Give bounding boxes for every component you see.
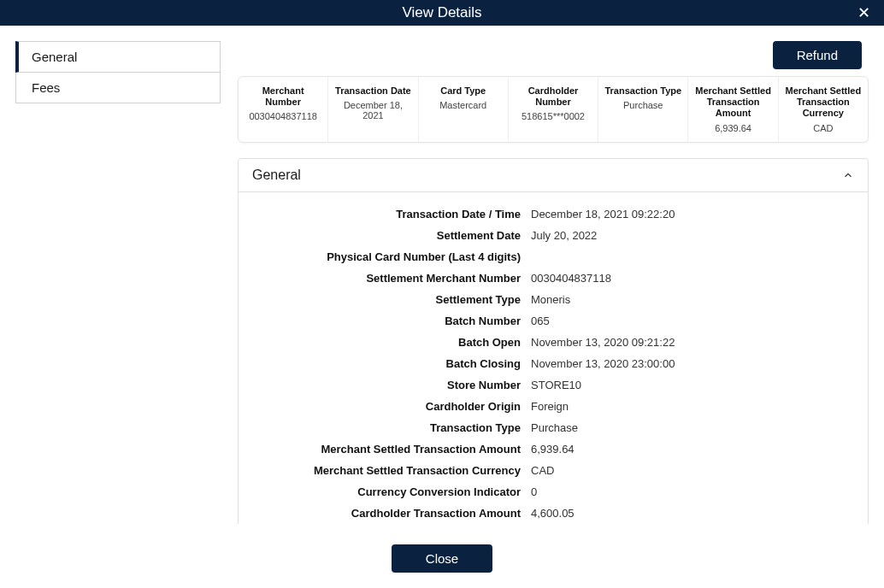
detail-value: CAD: [531, 464, 554, 477]
detail-label: Merchant Settled Transaction Currency: [249, 464, 531, 477]
detail-row: Settlement Merchant Number0030404837118: [249, 272, 857, 285]
detail-label: Batch Closing: [249, 357, 531, 370]
sidebar-item-fees[interactable]: Fees: [15, 73, 221, 103]
detail-label: Settlement Merchant Number: [249, 272, 531, 285]
detail-value: STORE10: [531, 379, 581, 391]
detail-row: Batch ClosingNovember 13, 2020 23:00:00: [249, 357, 857, 370]
summary-value: December 18, 2021: [333, 100, 412, 121]
detail-label: Merchant Settled Transaction Amount: [249, 443, 531, 456]
detail-row: Merchant Settled Transaction CurrencyCAD: [249, 464, 857, 477]
summary-label: Merchant Settled Transaction Currency: [784, 85, 863, 120]
detail-label: Cardholder Transaction Amount: [249, 507, 531, 520]
summary-label: Card Type: [424, 85, 503, 97]
detail-label: Batch Number: [249, 315, 531, 327]
main-content: Refund Merchant Number 0030404837118 Tra…: [238, 41, 869, 524]
detail-label: Store Number: [249, 379, 531, 391]
detail-value: 4,600.05: [531, 507, 575, 520]
detail-label: Settlement Type: [249, 293, 531, 306]
summary-cardholder-number: Cardholder Number 518615***0002: [509, 77, 598, 142]
close-button[interactable]: Close: [392, 544, 492, 573]
summary-value: 518615***0002: [514, 111, 592, 121]
detail-row: Batch OpenNovember 13, 2020 09:21:22: [249, 336, 857, 349]
summary-label: Transaction Date: [333, 85, 412, 97]
summary-value: Purchase: [604, 100, 682, 110]
sidebar-item-label: Fees: [32, 80, 60, 95]
detail-value: Foreign: [531, 400, 569, 413]
panel-body: Transaction Date / TimeDecember 18, 2021…: [239, 192, 868, 524]
detail-row: Currency Conversion Indicator0: [249, 485, 857, 498]
summary-strip: Merchant Number 0030404837118 Transactio…: [238, 76, 869, 143]
detail-value: 065: [531, 315, 550, 327]
summary-label: Merchant Number: [244, 85, 322, 108]
summary-label: Transaction Type: [604, 85, 682, 97]
summary-label: Cardholder Number: [514, 85, 592, 108]
modal-body: General Fees Refund Merchant Number 0030…: [0, 26, 884, 532]
summary-label: Merchant Settled Transaction Amount: [693, 85, 772, 120]
detail-label: Transaction Date / Time: [249, 208, 531, 220]
detail-row: Cardholder Transaction Amount4,600.05: [249, 507, 857, 520]
summary-transaction-date: Transaction Date December 18, 2021: [328, 77, 418, 142]
detail-row: Cardholder OriginForeign: [249, 400, 857, 413]
detail-label: Settlement Date: [249, 229, 531, 242]
detail-row: Physical Card Number (Last 4 digits): [249, 250, 857, 263]
detail-row: Store NumberSTORE10: [249, 379, 857, 391]
summary-value: 0030404837118: [244, 111, 322, 121]
general-panel: General Transaction Date / TimeDecember …: [238, 158, 869, 524]
detail-row: Settlement TypeMoneris: [249, 293, 857, 306]
detail-label: Transaction Type: [249, 421, 531, 434]
modal-title: View Details: [402, 4, 481, 21]
detail-value: 0030404837118: [531, 272, 611, 285]
detail-value: 0: [531, 485, 537, 498]
detail-value: December 18, 2021 09:22:20: [531, 208, 675, 220]
panel-title: General: [252, 168, 301, 183]
close-icon[interactable]: ✕: [852, 3, 875, 22]
detail-value: July 20, 2022: [531, 229, 597, 242]
detail-row: Batch Number065: [249, 315, 857, 327]
chevron-up-icon: [842, 169, 854, 181]
summary-settled-currency: Merchant Settled Transaction Currency CA…: [779, 77, 868, 142]
action-bar: Refund: [238, 41, 869, 76]
modal-footer: Close: [0, 532, 884, 588]
scroll-area[interactable]: General Transaction Date / TimeDecember …: [238, 158, 869, 524]
summary-value: CAD: [784, 123, 863, 133]
refund-button[interactable]: Refund: [773, 41, 862, 69]
detail-value: 6,939.64: [531, 443, 575, 456]
detail-label: Cardholder Origin: [249, 400, 531, 413]
title-bar: View Details ✕: [0, 0, 884, 26]
detail-value: Moneris: [531, 293, 570, 306]
summary-card-type: Card Type Mastercard: [419, 77, 509, 142]
detail-row: Merchant Settled Transaction Amount6,939…: [249, 443, 857, 456]
summary-transaction-type: Transaction Type Purchase: [598, 77, 688, 142]
detail-label: Batch Open: [249, 336, 531, 349]
sidebar: General Fees: [15, 41, 221, 524]
sidebar-item-general[interactable]: General: [15, 41, 221, 73]
detail-value: Purchase: [531, 421, 578, 434]
detail-value: November 13, 2020 09:21:22: [531, 336, 675, 349]
detail-row: Transaction TypePurchase: [249, 421, 857, 434]
summary-settled-amount: Merchant Settled Transaction Amount 6,93…: [688, 77, 778, 142]
summary-value: 6,939.64: [693, 123, 772, 133]
detail-label: Physical Card Number (Last 4 digits): [249, 250, 531, 263]
panel-header[interactable]: General: [239, 159, 868, 192]
detail-row: Transaction Date / TimeDecember 18, 2021…: [249, 208, 857, 220]
summary-value: Mastercard: [424, 100, 503, 110]
sidebar-item-label: General: [32, 50, 77, 64]
view-details-modal: View Details ✕ General Fees Refund Merch…: [0, 0, 884, 588]
detail-value: November 13, 2020 23:00:00: [531, 357, 675, 370]
summary-merchant-number: Merchant Number 0030404837118: [239, 77, 328, 142]
detail-label: Currency Conversion Indicator: [249, 485, 531, 498]
detail-row: Settlement DateJuly 20, 2022: [249, 229, 857, 242]
